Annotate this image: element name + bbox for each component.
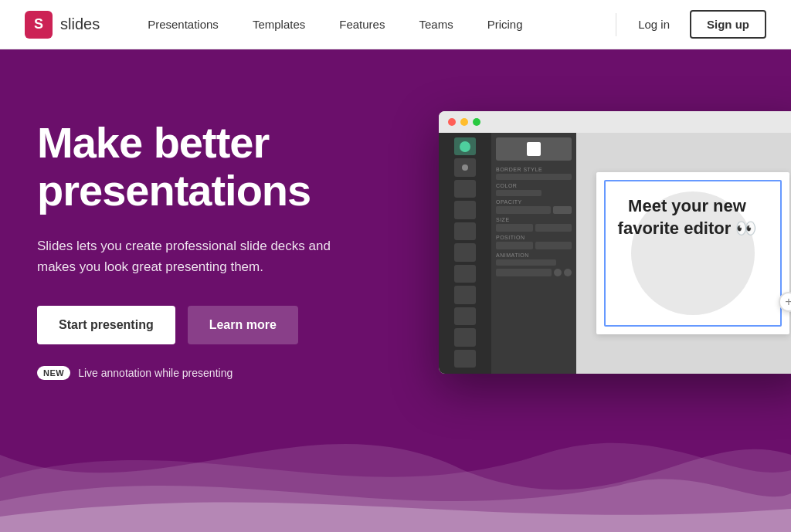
hero-buttons: Start presenting Learn more (37, 306, 408, 344)
sidebar-tool-eye[interactable] (454, 137, 476, 155)
nav-presentations[interactable]: Presentations (131, 0, 236, 49)
panel-label-5: POSITION (496, 235, 572, 240)
sidebar-tool-11[interactable] (454, 350, 476, 368)
window-bar (439, 111, 791, 133)
hero-right: BORDER STYLE COLOR OPACITY SIZE (439, 111, 791, 374)
wave-decoration (0, 378, 791, 532)
navbar: S slides Presentations Templates Feature… (0, 0, 791, 49)
nav-teams[interactable]: Teams (402, 0, 470, 49)
panel-value (553, 206, 572, 214)
eye-icon (460, 141, 470, 152)
editor-sidebar (439, 133, 491, 374)
window-maximize-dot[interactable] (473, 118, 480, 126)
sidebar-tool-10[interactable] (454, 328, 476, 346)
panel-size-row (496, 224, 572, 232)
sidebar-tool-4[interactable] (454, 201, 476, 219)
start-presenting-button[interactable]: Start presenting (37, 306, 175, 344)
nav-features[interactable]: Features (322, 0, 402, 49)
canvas-slide[interactable]: Meet your new favorite editor 👀 (596, 172, 789, 334)
hero-left: Make better presentations Slides lets yo… (37, 111, 408, 380)
sidebar-tool-7[interactable] (454, 265, 476, 283)
sidebar-tool-3[interactable] (454, 180, 476, 198)
panel-action-dot2[interactable] (564, 269, 572, 276)
panel-slider[interactable] (496, 206, 551, 214)
panel-label-2: COLOR (496, 183, 572, 188)
signup-button[interactable]: Sign up (690, 10, 766, 39)
panel-action-row (496, 269, 572, 276)
sidebar-tool-9[interactable] (454, 307, 476, 325)
badge-text: Live annotation while presenting (78, 367, 233, 379)
window-minimize-dot[interactable] (460, 118, 468, 126)
cursor-icon (462, 164, 468, 171)
hero-title: Make better presentations (37, 119, 408, 214)
editor-panel: BORDER STYLE COLOR OPACITY SIZE (491, 133, 576, 374)
hero-subtitle: Slides lets you create professional slid… (37, 236, 362, 277)
hero-content: Make better presentations Slides lets yo… (0, 49, 791, 380)
panel-width[interactable] (496, 224, 533, 232)
editor-canvas: Meet your new favorite editor 👀 + (576, 133, 791, 374)
window-close-dot[interactable] (448, 118, 456, 126)
new-badge: NEW (37, 366, 70, 380)
panel-label-3: OPACITY (496, 199, 572, 205)
nav-links: Presentations Templates Features Teams P… (131, 0, 608, 49)
panel-label-4: SIZE (496, 217, 572, 222)
nav-pricing[interactable]: Pricing (470, 0, 540, 49)
login-button[interactable]: Log in (624, 12, 684, 37)
logo-text: slides (60, 15, 100, 33)
nav-templates[interactable]: Templates (236, 0, 322, 49)
panel-row-anim (496, 259, 556, 266)
panel-opacity-row (496, 206, 572, 214)
hero-badge-row: NEW Live annotation while presenting (37, 366, 408, 380)
sidebar-tool-8[interactable] (454, 286, 476, 303)
panel-pos-row (496, 242, 572, 249)
canvas-text: Meet your new favorite editor 👀 (596, 195, 778, 239)
panel-label-6: ANIMATION (496, 252, 572, 258)
panel-x[interactable] (496, 242, 533, 249)
hero-section: Make better presentations Slides lets yo… (0, 49, 791, 532)
logo-icon: S (25, 11, 53, 39)
color-swatch (527, 142, 541, 156)
logo-link[interactable]: S slides (25, 11, 100, 39)
panel-y[interactable] (535, 242, 572, 249)
panel-label-1: BORDER STYLE (496, 167, 572, 172)
sidebar-tool-cursor[interactable] (454, 158, 476, 176)
sidebar-tool-5[interactable] (454, 222, 476, 240)
nav-divider (616, 13, 616, 36)
panel-row-1 (496, 174, 572, 180)
editor-body: BORDER STYLE COLOR OPACITY SIZE (439, 133, 791, 374)
panel-row-2 (496, 190, 541, 196)
editor-window: BORDER STYLE COLOR OPACITY SIZE (439, 111, 791, 374)
panel-action-dot[interactable] (554, 269, 562, 276)
sidebar-tool-6[interactable] (454, 243, 476, 261)
learn-more-button[interactable]: Learn more (188, 306, 298, 344)
nav-auth: Log in Sign up (624, 10, 766, 39)
panel-action-1[interactable] (496, 269, 552, 276)
panel-color-swatch[interactable] (496, 137, 572, 161)
panel-height[interactable] (535, 224, 572, 232)
